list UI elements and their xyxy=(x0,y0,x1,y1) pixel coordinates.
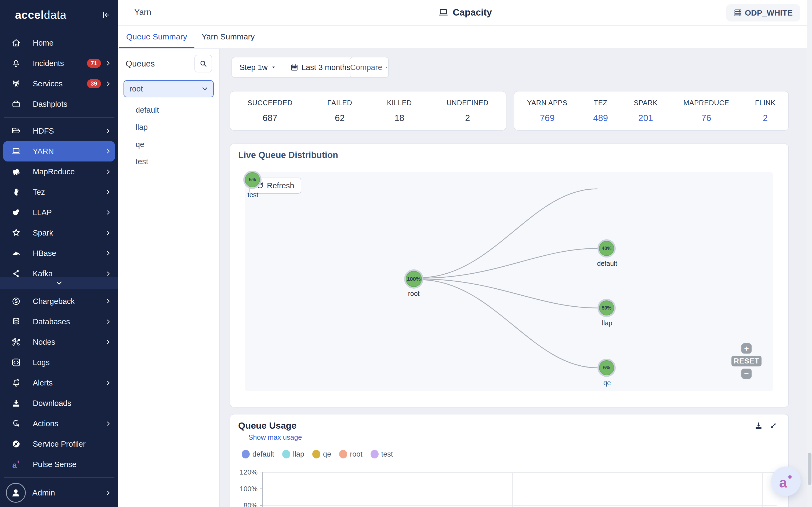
zoom-out-button[interactable]: − xyxy=(742,369,752,379)
sidebar-item-label: YARN xyxy=(33,147,54,156)
sidebar-item[interactable]: Logs xyxy=(3,352,115,373)
server-icon xyxy=(733,9,742,17)
sidebar-item-icon xyxy=(11,248,21,258)
sidebar-item[interactable]: S Chargeback xyxy=(3,291,115,312)
sidebar-item-icon xyxy=(11,187,21,197)
sidebar-expander[interactable] xyxy=(0,277,118,289)
download-chart-icon[interactable] xyxy=(754,421,763,430)
legend-label: test xyxy=(381,450,393,458)
legend-item[interactable]: default xyxy=(242,450,274,458)
sidebar-item[interactable]: Dashplots xyxy=(3,94,115,114)
sidebar-item[interactable]: HBase xyxy=(3,243,115,264)
tree-node-pct: 100% xyxy=(407,276,420,282)
sidebar-item[interactable]: Incidents 71 xyxy=(3,53,115,73)
sidebar-item[interactable]: Databases xyxy=(3,312,115,332)
sidebar-item-label: Alerts xyxy=(33,379,53,387)
avatar xyxy=(6,483,26,503)
expand-chart-icon[interactable] xyxy=(769,421,778,430)
legend-label: default xyxy=(252,450,274,458)
sidebar-item-icon xyxy=(11,79,21,89)
sidebar-item-icon xyxy=(11,38,21,48)
sidebar-item-label: Incidents xyxy=(33,59,64,68)
stat-value[interactable]: 489 xyxy=(593,113,608,123)
sidebar-item-label: Home xyxy=(33,39,53,48)
sidebar-item[interactable]: Home xyxy=(3,33,115,53)
queue-usage-chart[interactable] xyxy=(262,472,776,507)
legend-item[interactable]: test xyxy=(370,450,393,458)
stat-value[interactable]: 2 xyxy=(763,113,768,123)
legend-item[interactable]: qe xyxy=(312,450,331,458)
live-queue-distribution-card: Live Queue Distribution Refresh 100% roo… xyxy=(230,144,789,407)
environment-button[interactable]: ODP_WHITE xyxy=(726,4,800,21)
show-max-usage-link[interactable]: Show max usage xyxy=(248,433,302,442)
sidebar-item[interactable]: Downloads xyxy=(3,393,115,413)
sidebar-item[interactable]: Services 39 xyxy=(3,73,115,94)
step-dropdown[interactable]: Step 1w xyxy=(240,63,276,72)
chevron-right-icon xyxy=(105,128,111,134)
tab[interactable]: Yarn Summary xyxy=(194,26,262,48)
stat-value[interactable]: 769 xyxy=(540,113,555,123)
tree-node-label: test xyxy=(234,191,272,199)
stat-value[interactable]: 76 xyxy=(701,113,711,123)
search-icon xyxy=(199,59,208,68)
tree-node[interactable]: 5% qe xyxy=(599,360,614,375)
tree-node-label: llap xyxy=(588,319,626,327)
date-range-dropdown[interactable]: Last 3 months xyxy=(290,63,359,72)
queues-title: Queues xyxy=(126,59,155,69)
y-axis-tick xyxy=(260,505,262,506)
sidebar-item[interactable]: Actions xyxy=(3,413,115,434)
sidebar-item[interactable]: Tez xyxy=(3,182,115,202)
tree-node-pct: 5% xyxy=(603,365,610,371)
sidebar-item-admin[interactable]: Admin xyxy=(0,482,118,504)
sidebar-divider xyxy=(4,117,114,118)
sidebar-item[interactable]: MapReduce xyxy=(3,162,115,182)
compare-dropdown[interactable]: Compare xyxy=(350,57,389,78)
sidebar-item[interactable]: a Pulse Sense xyxy=(3,454,115,474)
sidebar-item[interactable]: YARN xyxy=(3,141,115,162)
tree-edges xyxy=(245,172,773,391)
sidebar-item-label: Logs xyxy=(33,358,50,367)
queue-child-item[interactable]: qe xyxy=(118,136,219,153)
legend-item[interactable]: root xyxy=(339,450,362,458)
sidebar-item-icon xyxy=(11,208,21,217)
stat: KILLED 18 xyxy=(387,99,412,123)
queue-child-item[interactable]: default xyxy=(118,101,219,119)
sidebar-item-icon xyxy=(11,126,21,136)
zoom-reset-button[interactable]: RESET xyxy=(731,356,762,367)
top-bar: Yarn Capacity ODP_WHITE xyxy=(118,0,812,25)
tree-node-root[interactable]: 100% root xyxy=(406,271,422,287)
sidebar-collapse-icon[interactable] xyxy=(101,10,111,20)
sidebar-item[interactable]: LLAP xyxy=(3,202,115,223)
legend-item[interactable]: llap xyxy=(282,450,304,458)
sidebar-item[interactable]: Spark xyxy=(3,223,115,243)
stat: SPARK 201 xyxy=(634,99,658,123)
sidebar-item-icon xyxy=(11,228,21,238)
tab[interactable]: Queue Summary xyxy=(119,26,194,48)
queue-search-button[interactable] xyxy=(194,55,212,72)
queue-root-select[interactable]: root xyxy=(123,80,214,97)
count-badge: 71 xyxy=(87,59,101,68)
chevron-down-icon xyxy=(55,279,63,287)
legend-label: qe xyxy=(323,450,331,458)
chevron-right-icon xyxy=(105,271,111,277)
sidebar-item[interactable]: HDFS xyxy=(3,121,115,141)
live-queue-distribution-title: Live Queue Distribution xyxy=(238,150,338,160)
stat-label: MAPREDUCE xyxy=(683,99,729,107)
queue-child-item[interactable]: test xyxy=(118,153,219,170)
stat-value[interactable]: 201 xyxy=(638,113,653,123)
stat-label: FLINK xyxy=(755,99,775,107)
sidebar-item[interactable]: Service Profiler xyxy=(3,434,115,454)
gridline xyxy=(512,472,513,507)
pulse-assistant-button[interactable]: a xyxy=(771,466,801,496)
caret-down-icon xyxy=(271,65,276,70)
tree-node[interactable]: 5% test xyxy=(245,172,260,187)
sidebar-item[interactable]: Alerts xyxy=(3,373,115,393)
sidebar-item-label: Tez xyxy=(33,188,45,196)
zoom-in-button[interactable]: + xyxy=(742,343,752,353)
queue-children-list: defaultllapqetest xyxy=(118,101,219,170)
queue-child-item[interactable]: llap xyxy=(118,119,219,136)
tree-node[interactable]: 40% default xyxy=(599,241,614,256)
tree-node[interactable]: 50% llap xyxy=(599,300,614,316)
scrollbar-thumb[interactable] xyxy=(808,453,811,485)
sidebar-item[interactable]: Nodes xyxy=(3,332,115,352)
